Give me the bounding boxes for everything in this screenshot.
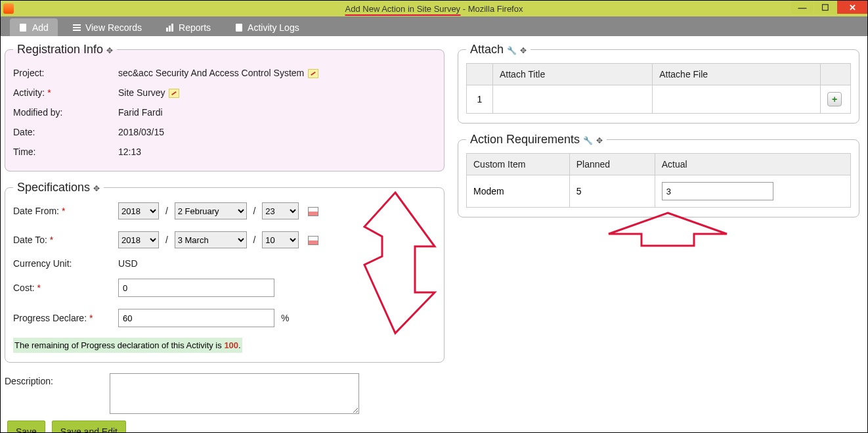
window-title-main: Add New Action in Site Survey xyxy=(345,4,461,16)
req-row-actual-cell xyxy=(655,175,850,208)
attach-col-title: Attach Title xyxy=(493,64,653,85)
save-and-edit-button[interactable]: Save and Edit xyxy=(52,421,126,433)
svg-rect-0 xyxy=(20,24,26,32)
chart-icon xyxy=(165,23,175,32)
tab-reports-label: Reports xyxy=(179,22,211,33)
move-icon[interactable]: ✥ xyxy=(106,46,113,55)
window: Add New Action in Site Survey - Mozilla … xyxy=(0,0,868,433)
move-icon[interactable]: ✥ xyxy=(93,184,100,193)
specifications-panel: Specifications ✥ Date From: * 2018 / 2 F… xyxy=(5,181,445,363)
required-mark: * xyxy=(89,313,93,323)
tab-add[interactable]: Add xyxy=(10,18,58,36)
move-icon[interactable]: ✥ xyxy=(520,46,527,55)
svg-rect-7 xyxy=(236,24,242,32)
row-date-from: Date From: * 2018 / 2 February / 23 xyxy=(13,201,436,221)
req-col-actual: Actual xyxy=(655,154,850,175)
titlebar: Add New Action in Site Survey - Mozilla … xyxy=(1,1,867,16)
modified-by-value: Farid Fardi xyxy=(118,107,163,118)
req-row-planned: 5 xyxy=(569,175,655,208)
attach-row-action: + xyxy=(821,85,851,114)
svg-rect-2 xyxy=(73,27,81,28)
nav-bar: Add View Records Reports Activity Logs xyxy=(1,16,867,36)
save-button[interactable]: Save xyxy=(7,421,45,433)
wrench-icon[interactable]: 🔧 xyxy=(583,136,593,145)
date-to-year-select[interactable]: 2018 xyxy=(118,231,159,248)
window-title: Add New Action in Site Survey - Mozilla … xyxy=(345,4,523,14)
svg-rect-5 xyxy=(169,26,171,32)
action-requirements-legend-text: Action Requirements xyxy=(470,133,580,146)
progress-input[interactable] xyxy=(118,309,274,327)
project-value: sec&acc Security And Access Control Syst… xyxy=(118,68,318,78)
row-activity: Activity: * Site Survey xyxy=(13,83,436,103)
attach-col-actions xyxy=(821,64,851,85)
svg-rect-3 xyxy=(73,30,81,31)
calendar-icon[interactable] xyxy=(308,236,318,245)
svg-rect-4 xyxy=(166,28,168,32)
date-from-controls: 2018 / 2 February / 23 xyxy=(118,202,318,219)
remaining-suffix: . xyxy=(238,340,241,350)
row-currency: Currency Unit: USD xyxy=(13,254,436,273)
row-cost: Cost: * xyxy=(13,277,436,298)
svg-rect-6 xyxy=(171,24,173,32)
attach-panel: Attach 🔧 ✥ Attach Title Attache File xyxy=(458,43,859,124)
wrench-icon[interactable]: 🔧 xyxy=(507,46,517,55)
date-from-month-select[interactable]: 2 February xyxy=(175,202,247,219)
modified-by-label: Modified by: xyxy=(13,107,118,118)
row-date-to: Date To: * 2018 / 3 March / 10 xyxy=(13,230,436,250)
req-col-item: Custom Item xyxy=(467,154,570,175)
tab-view-label: View Records xyxy=(85,22,142,33)
edit-icon[interactable] xyxy=(169,89,179,98)
description-textarea[interactable] xyxy=(110,373,359,414)
tab-activity-logs[interactable]: Activity Logs xyxy=(225,18,309,36)
slash: / xyxy=(165,206,168,216)
time-label: Time: xyxy=(13,147,118,157)
row-date: Date: 2018/03/15 xyxy=(13,122,436,142)
add-icon xyxy=(19,23,28,32)
date-from-day-select[interactable]: 23 xyxy=(262,202,299,219)
registration-info-legend: Registration Info ✥ xyxy=(13,43,117,57)
registration-info-panel: Registration Info ✥ Project: sec&acc Sec… xyxy=(5,43,445,171)
specifications-legend-text: Specifications xyxy=(17,181,90,194)
tab-view-records[interactable]: View Records xyxy=(63,18,151,36)
tab-reports[interactable]: Reports xyxy=(156,18,220,36)
content: Registration Info ✥ Project: sec&acc Sec… xyxy=(1,36,867,433)
list-icon xyxy=(72,23,81,32)
minimize-button[interactable]: — xyxy=(791,1,814,14)
specifications-legend: Specifications ✥ xyxy=(13,181,104,194)
window-controls: — ☐ ✕ xyxy=(791,1,867,16)
slash: / xyxy=(165,235,168,245)
date-to-day-select[interactable]: 10 xyxy=(262,231,299,248)
svg-rect-1 xyxy=(73,24,81,26)
date-from-label: Date From: * xyxy=(13,206,118,216)
activity-label-text: Activity: xyxy=(13,87,47,98)
req-row-item: Modem xyxy=(467,175,570,208)
attach-col-num xyxy=(467,64,493,85)
attach-row-file[interactable] xyxy=(653,85,821,114)
move-icon[interactable]: ✥ xyxy=(596,136,603,145)
left-column: Registration Info ✥ Project: sec&acc Sec… xyxy=(5,43,445,433)
req-actual-input[interactable] xyxy=(662,182,773,200)
add-attachment-button[interactable]: + xyxy=(827,92,842,106)
attach-row-num: 1 xyxy=(467,85,493,114)
percent-sign: % xyxy=(281,313,289,323)
cost-input[interactable] xyxy=(118,279,274,297)
req-wrap: Action Requirements 🔧 ✥ Custom Item Plan… xyxy=(458,133,859,217)
attach-row: 1 + xyxy=(467,85,851,114)
req-col-planned: Planned xyxy=(569,154,655,175)
date-value: 2018/03/15 xyxy=(118,127,164,137)
registration-info-legend-text: Registration Info xyxy=(17,43,103,56)
project-label: Project: xyxy=(13,68,118,78)
project-value-text: sec&acc Security And Access Control Syst… xyxy=(118,68,304,78)
row-time: Time: 12:13 xyxy=(13,142,436,162)
attach-col-file: Attache File xyxy=(653,64,821,85)
maximize-button[interactable]: ☐ xyxy=(814,1,836,14)
date-to-label: Date To: * xyxy=(13,235,118,245)
date-from-year-select[interactable]: 2018 xyxy=(118,202,159,219)
date-to-month-select[interactable]: 3 March xyxy=(175,231,247,248)
close-button[interactable]: ✕ xyxy=(837,1,867,14)
cost-control xyxy=(118,279,274,297)
attach-row-title[interactable] xyxy=(493,85,653,114)
activity-label: Activity: * xyxy=(13,87,118,98)
calendar-icon[interactable] xyxy=(308,207,318,216)
edit-icon[interactable] xyxy=(308,69,318,78)
